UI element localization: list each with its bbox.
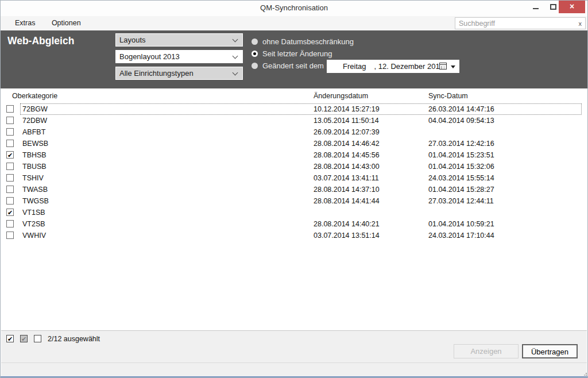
table-row[interactable]: 72DBW 13.05.2014 11:50:14 04.04.2014 09:… [1,115,587,126]
dropdown[interactable]: Layouts [115,33,243,47]
chevron-down-icon [233,70,238,76]
column-header-sync-datum[interactable]: Sync-Datum [428,92,468,100]
table-row[interactable]: TWGSB 28.08.2014 14:41:44 27.03.2014 12:… [1,195,587,207]
minimize-icon [533,8,539,9]
table-row[interactable]: TBUSB 28.08.2014 14:43:00 01.04.2014 15:… [1,161,587,172]
column-header-aenderungsdatum[interactable]: Änderungsdatum [314,92,368,100]
minimize-button[interactable] [531,1,541,13]
menu-item-optionen[interactable]: Optionen [52,16,81,30]
dropdown[interactable]: Bogenlayout 2013 [115,50,243,63]
dropdown[interactable]: Alle Einrichtungstypen [115,67,243,80]
maximize-button[interactable] [548,1,559,13]
menu-item-extras[interactable]: Extras [15,16,35,30]
search-box: x [455,17,586,29]
row-name: TWASB [22,184,48,195]
table-row[interactable]: ✔ TBHSB 28.08.2014 14:45:56 01.04.2014 1… [1,149,587,161]
table-row[interactable]: ✔ VT1SB [1,207,587,218]
row-sync-date: 01.04.2014 15:28:27 [428,184,494,195]
radio-option[interactable]: Seit letzter Änderung [252,48,354,60]
row-focus-rect [20,230,582,241]
anzeigen-button[interactable]: Anzeigen [454,344,519,358]
window-bottom-border [1,376,587,377]
row-sync-date: 24.03.2014 17:10:44 [428,230,494,241]
row-sync-date: 01.04.2014 10:59:21 [428,218,494,230]
row-name: TBUSB [22,161,47,172]
row-changed-date: 28.08.2014 14:37:10 [314,184,380,195]
calendar-icon[interactable] [439,63,447,70]
dropdown-value: Bogenlayout 2013 [119,52,180,61]
row-changed-date: 26.09.2014 12:07:39 [314,126,380,138]
radio-label: ohne Datumsbeschränkung [262,37,354,46]
table-row[interactable]: VT2SB 28.08.2014 14:40:21 01.04.2014 10:… [1,218,587,230]
table-row[interactable]: BEWSB 28.08.2014 14:46:42 27.03.2014 12:… [1,138,587,149]
calendar-dropdown-caret-icon[interactable] [451,65,455,68]
panel-title: Web-Abgleich [7,35,74,47]
menu-bar: Extras Optionen x [1,16,587,30]
radio-option[interactable]: ohne Datumsbeschränkung [252,36,354,48]
row-checkbox[interactable] [6,174,14,182]
row-changed-date: 28.08.2014 14:46:42 [314,138,380,149]
table-body: 72BGW 10.12.2014 15:27:19 26.03.2014 14:… [1,103,587,241]
table-row[interactable]: ABFBT 26.09.2014 12:07:39 [1,126,587,138]
date-day-value: Freitag [343,62,366,71]
search-input[interactable] [459,18,571,29]
row-sync-date: 24.03.2014 15:55:14 [428,172,494,184]
row-checkbox[interactable] [6,128,14,136]
row-checkbox[interactable] [6,197,14,205]
row-focus-rect [20,184,582,195]
row-changed-date: 28.08.2014 14:41:44 [314,195,380,207]
search-clear-icon[interactable]: x [579,20,582,28]
radio-label: Seit letzter Änderung [262,49,332,58]
row-name: VWHIV [22,230,46,241]
uebertragen-button[interactable]: Übertragen [522,344,578,358]
row-focus-rect [20,172,582,184]
row-checkbox[interactable] [6,186,14,193]
date-picker[interactable]: Freitag , 12. Dezember 2014 [327,60,459,73]
row-sync-date: 27.03.2014 12:44:11 [428,195,494,207]
row-checkbox[interactable]: ✔ [6,151,14,159]
radio-icon [252,63,258,69]
radio-label: Geändert seit dem [262,61,324,70]
row-changed-date: 28.08.2014 14:45:56 [314,149,380,161]
window-title: QM-Synchronisation [1,3,587,12]
row-changed-date: 28.08.2014 14:43:00 [314,161,380,172]
selection-count-text: 2/12 ausgewählt [48,335,100,343]
table-row[interactable]: VWHIV 03.07.2014 13:51:14 24.03.2014 17:… [1,230,587,241]
table-row[interactable]: TSHIV 03.07.2014 13:41:11 24.03.2014 15:… [1,172,587,184]
row-name: TSHIV [22,172,44,184]
row-checkbox[interactable] [6,105,14,113]
select-all-checkbox-icon[interactable]: ✔ [6,335,14,342]
category-table: Oberkategorie Änderungsdatum Sync-Datum … [1,88,587,331]
row-changed-date: 13.05.2014 11:50:14 [314,115,379,126]
row-name: VT2SB [22,218,45,230]
column-header-oberkategorie[interactable]: Oberkategorie [12,92,57,100]
chevron-down-icon [233,37,238,43]
row-name: BEWSB [22,138,48,149]
row-focus-rect [20,207,582,218]
row-changed-date: 28.08.2014 14:40:21 [314,218,380,230]
row-checkbox[interactable] [6,140,14,147]
row-changed-date: 03.07.2014 13:51:14 [314,230,380,241]
close-button[interactable]: × [559,1,585,13]
dropdown-group: Layouts Bogenlayout 2013 Alle Einrichtun… [115,33,243,83]
select-indeterminate-checkbox-icon[interactable]: ✔ [20,335,28,342]
row-checkbox[interactable] [6,220,14,227]
web-abgleich-panel: Web-Abgleich Layouts Bogenlayout 2013 Al… [1,30,587,88]
row-checkbox[interactable] [6,163,14,170]
table-row[interactable]: 72BGW 10.12.2014 15:27:19 26.03.2014 14:… [1,103,587,115]
select-none-checkbox-icon[interactable] [34,335,41,342]
row-name: 72DBW [22,115,47,126]
row-checkbox[interactable] [6,232,14,239]
row-name: TBHSB [22,149,47,161]
row-checkbox[interactable]: ✔ [6,209,14,216]
row-name: VT1SB [22,207,45,218]
resize-grip[interactable] [582,373,583,374]
table-row[interactable]: TWASB 28.08.2014 14:37:10 01.04.2014 15:… [1,184,587,195]
row-focus-rect [20,218,582,230]
row-changed-date: 10.12.2014 15:27:19 [314,103,380,115]
chevron-down-icon [233,53,238,59]
row-sync-date: 01.04.2014 15:32:06 [428,161,494,172]
row-sync-date: 04.04.2014 09:54:13 [428,115,494,126]
row-focus-rect [20,149,582,161]
row-checkbox[interactable] [6,117,14,124]
